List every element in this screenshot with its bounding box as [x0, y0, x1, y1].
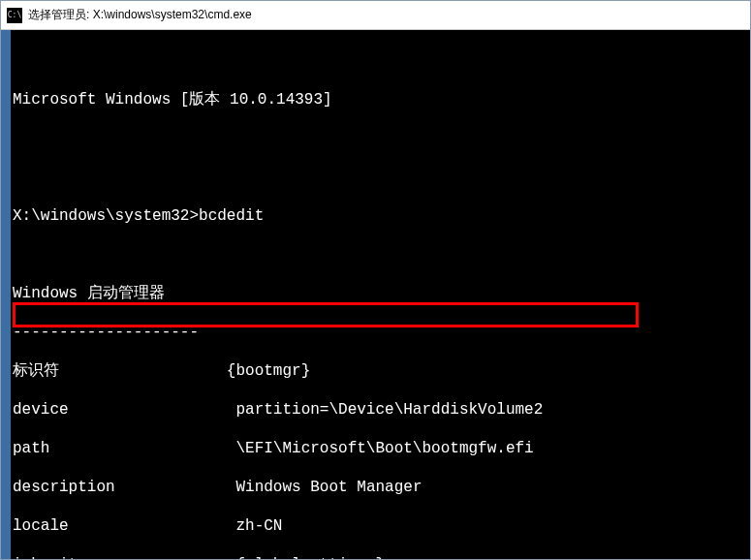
- window-left-border: [1, 30, 11, 559]
- window-title: 选择管理员: X:\windows\system32\cmd.exe: [28, 7, 252, 23]
- bootmgr-path: path \EFI\Microsoft\Boot\bootmgfw.efi: [13, 439, 750, 458]
- section-divider: --------------------: [13, 323, 750, 342]
- bootmgr-device: device partition=\Device\HarddiskVolume2: [13, 400, 750, 420]
- terminal-area[interactable]: Microsoft Windows [版本 10.0.14393] X:\win…: [1, 30, 750, 559]
- blank-line: [13, 129, 750, 148]
- blank-line: [13, 245, 750, 264]
- blank-line: [13, 168, 750, 187]
- version-line: Microsoft Windows [版本 10.0.14393]: [13, 90, 750, 109]
- prompt-line: X:\windows\system32>bcdedit: [13, 206, 750, 226]
- cmd-icon: C:\: [7, 8, 22, 23]
- bootmgr-locale: locale zh-CN: [13, 516, 750, 536]
- bootmgr-inherit: inherit {globalsettings}: [13, 555, 750, 559]
- section-title: Windows 启动管理器: [13, 284, 750, 303]
- bootmgr-description: description Windows Boot Manager: [13, 478, 750, 497]
- cmd-window: C:\ 选择管理员: X:\windows\system32\cmd.exe M…: [0, 0, 751, 560]
- titlebar[interactable]: C:\ 选择管理员: X:\windows\system32\cmd.exe: [1, 1, 750, 30]
- bootmgr-identifier: 标识符 {bootmgr}: [13, 361, 750, 381]
